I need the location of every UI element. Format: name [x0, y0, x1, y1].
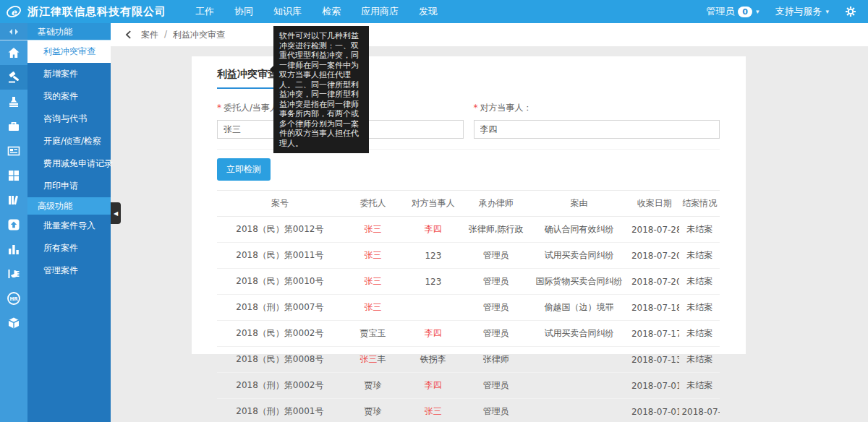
- table-cell: 2018-07-18: [629, 295, 680, 321]
- table-cell: 李四: [403, 321, 463, 347]
- table-cell: 2018（民）第0002号: [217, 321, 343, 347]
- table-cell: 2018（刑）第0002号: [217, 373, 343, 399]
- top-menu-discover[interactable]: 发现: [419, 5, 438, 18]
- table-cell: 张律师: [464, 347, 529, 373]
- table-row[interactable]: 2018（民）第0011号张三123管理员试用买卖合同纠纷2018-07-20未…: [217, 243, 720, 269]
- hr-badge-icon: HR: [7, 291, 21, 306]
- svg-text:HR: HR: [9, 296, 18, 302]
- check-now-button[interactable]: 立即检测: [217, 158, 271, 181]
- rail-fee-waiver[interactable]: [0, 163, 27, 188]
- rail-hearing[interactable]: [0, 139, 27, 163]
- menu-item-conflict-check[interactable]: 利益冲突审查: [27, 40, 111, 63]
- menu-item-my-cases[interactable]: 我的案件: [27, 85, 111, 108]
- rail-modules[interactable]: [0, 311, 27, 335]
- table-row[interactable]: 2018（民）第0002号贾宝玉李四管理员试用买卖合同纠纷2018-07-17未…: [217, 321, 720, 347]
- gear-icon[interactable]: [845, 6, 856, 17]
- top-menu-search[interactable]: 检索: [322, 5, 341, 18]
- menu-item-consulting[interactable]: 咨询与代书: [27, 108, 111, 130]
- chevron-down-icon: ▾: [825, 8, 829, 15]
- rail-home[interactable]: [0, 40, 27, 65]
- menu-item-seal-request[interactable]: 用印申请: [27, 175, 111, 197]
- top-menu-knowledge[interactable]: 知识库: [273, 5, 302, 18]
- table-row[interactable]: 2018（刑）第0001号贾珍张三管理员2018-07-012018-07-13: [217, 399, 720, 422]
- table-cell: 张三: [403, 399, 463, 422]
- table-cell: 未结案: [679, 321, 720, 347]
- table-cell: [529, 373, 629, 399]
- menu-collapse-handle[interactable]: ◀: [111, 202, 121, 224]
- table-cell: 贾宝玉: [343, 321, 403, 347]
- conflict-highlight: 张三: [364, 302, 381, 312]
- bar-chart-icon: [7, 243, 20, 256]
- main-content-area: 利益冲突审查! *委托人/当事人： *对方当事人： 立即检测: [111, 46, 868, 422]
- opponent-input[interactable]: [474, 120, 720, 139]
- menu-item-all-cases[interactable]: 所有案件: [27, 237, 111, 259]
- top-menu-appstore[interactable]: 应用商店: [361, 5, 399, 18]
- user-menu[interactable]: 管理员 0 ▾: [706, 5, 759, 18]
- support-menu[interactable]: 支持与服务 ▾: [775, 5, 829, 18]
- table-row[interactable]: 2018（刑）第0007号张三管理员偷越国（边）境罪2018-07-18未结案: [217, 295, 720, 321]
- menu-item-new-case[interactable]: 新增案件: [27, 63, 111, 85]
- breadcrumb-bar: 案件 / 利益冲突审查: [111, 23, 868, 46]
- table-cell: 2018-07-20: [629, 243, 680, 269]
- table-cell: 2018（民）第0010号: [217, 269, 343, 295]
- rail-consult[interactable]: [0, 114, 27, 139]
- table-cell: 未结案: [679, 347, 720, 373]
- breadcrumb-section[interactable]: 案件: [141, 29, 158, 41]
- table-cell: 李四: [403, 373, 463, 399]
- column-header: 委托人: [343, 191, 403, 217]
- menu-item-manage-cases[interactable]: 管理案件: [27, 259, 111, 282]
- top-menu: 工作 协同 知识库 检索 应用商店 发现: [195, 5, 438, 18]
- conflict-highlight: 李四: [425, 380, 442, 390]
- table-cell: 试用买卖合同纠纷: [529, 243, 629, 269]
- chevron-down-icon: ▾: [756, 8, 760, 15]
- collapse-arrows-icon: [8, 28, 20, 35]
- conflict-highlight: 张三: [364, 250, 381, 260]
- menu-item-batch-import[interactable]: 批量案件导入: [27, 215, 111, 237]
- top-menu-collab[interactable]: 协同: [234, 5, 253, 18]
- table-cell: 2018（民）第0011号: [217, 243, 343, 269]
- table-cell: 管理员: [464, 373, 529, 399]
- opponent-field-label: *对方当事人：: [474, 103, 532, 113]
- topbar-right: 管理员 0 ▾ 支持与服务 ▾: [706, 5, 868, 18]
- table-cell: 2018（刑）第0001号: [217, 399, 343, 422]
- breadcrumb-current: 利益冲突审查: [173, 29, 225, 41]
- table-row[interactable]: 2018（刑）第0002号贾珍李四管理员2018-07-01未结案: [217, 373, 720, 399]
- briefcase-icon: [7, 120, 20, 133]
- rail-seal-request[interactable]: [0, 188, 27, 212]
- rail-batch-import[interactable]: [0, 212, 27, 237]
- rail-cases[interactable]: [0, 65, 27, 90]
- table-cell: 2018-07-13: [679, 399, 720, 422]
- stamp-icon: [7, 95, 20, 108]
- rail-collapse-toggle[interactable]: [0, 23, 27, 40]
- table-cell: 管理员: [464, 295, 529, 321]
- rail-reports[interactable]: [0, 262, 27, 286]
- back-chevron-icon[interactable]: [124, 30, 134, 40]
- menu-header-basic: 基础功能: [27, 23, 111, 40]
- top-menu-work[interactable]: 工作: [195, 5, 214, 18]
- table-cell: 未结案: [679, 217, 720, 243]
- id-card-icon: [7, 145, 20, 158]
- table-cell: 未结案: [679, 373, 720, 399]
- rail-stamp[interactable]: [0, 90, 27, 114]
- rail-hr[interactable]: HR: [0, 286, 27, 311]
- menu-item-fee-waiver[interactable]: 费用减免申请记录: [27, 152, 111, 175]
- upload-box-icon: [7, 218, 20, 231]
- table-row[interactable]: 2018（民）第0012号张三李四张律师,陈行政确认合同有效纠纷2018-07-…: [217, 217, 720, 243]
- table-cell: 铁拐李: [403, 347, 463, 373]
- table-cell: 未结案: [679, 269, 720, 295]
- table-cell: [529, 399, 629, 422]
- menu-item-hearing[interactable]: 开庭/侦查/检察: [27, 130, 111, 152]
- rail-statistics[interactable]: [0, 237, 27, 262]
- table-row[interactable]: 2018（民）第0010号张三123管理员国际货物买卖合同纠纷2018-07-2…: [217, 269, 720, 295]
- table-cell: 偷越国（边）境罪: [529, 295, 629, 321]
- conflict-highlight: 张三: [359, 354, 377, 364]
- panel-tab-title[interactable]: 利益冲突审查: [217, 68, 278, 81]
- table-cell: 张三: [343, 269, 403, 295]
- table-cell: 2018（民）第0012号: [217, 217, 343, 243]
- column-header: 收案日期: [629, 191, 680, 217]
- chevron-left-icon: ◀: [114, 210, 118, 217]
- breadcrumb-separator: /: [164, 29, 167, 41]
- brand-logo[interactable]: e: [0, 4, 27, 20]
- required-mark: *: [217, 103, 221, 113]
- table-row[interactable]: 2018（民）第0008号张三丰铁拐李张律师2018-07-13未结案: [217, 347, 720, 373]
